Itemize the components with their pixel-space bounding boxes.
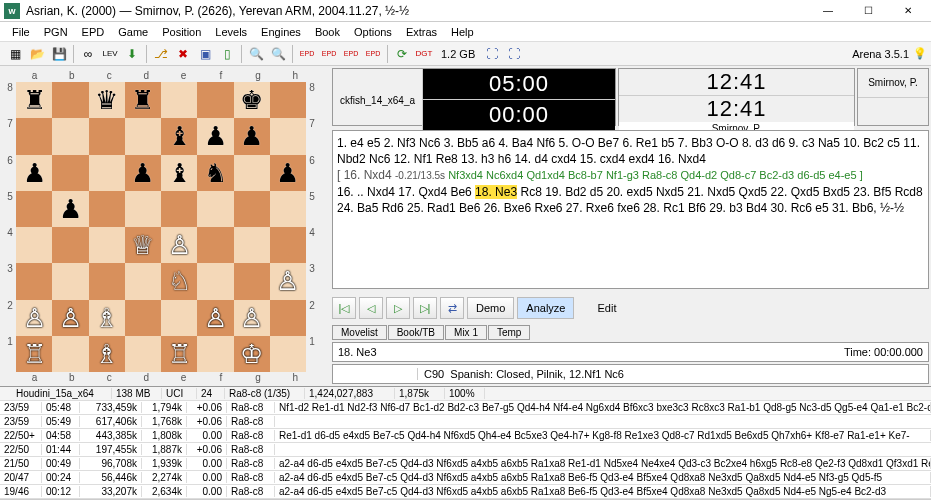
square[interactable] [125, 263, 161, 299]
engine-line[interactable]: 23/5905:48733,459k1,794k+0.06Ra8-c8Nf1-d… [0, 401, 931, 415]
square[interactable]: ♖ [161, 336, 197, 372]
square[interactable]: ♖ [16, 336, 52, 372]
flag-icon[interactable]: ▯ [217, 44, 237, 64]
first-move-button[interactable]: |◁ [332, 297, 356, 319]
square[interactable]: ♔ [234, 336, 270, 372]
square[interactable]: ♙ [16, 300, 52, 336]
square[interactable]: ♟ [16, 155, 52, 191]
engine-line[interactable]: 21/5000:4996,708k1,939k0.00Ra8-c8a2-a4 d… [0, 457, 931, 471]
square[interactable] [270, 336, 306, 372]
square[interactable] [16, 263, 52, 299]
square[interactable] [234, 155, 270, 191]
square[interactable]: ♚ [234, 82, 270, 118]
square[interactable] [197, 263, 233, 299]
epd2-icon[interactable]: EPD [319, 44, 339, 64]
prev-move-button[interactable]: ◁ [359, 297, 383, 319]
square[interactable]: ♗ [89, 300, 125, 336]
square[interactable]: ♟ [234, 118, 270, 154]
square[interactable]: ♞ [197, 155, 233, 191]
engine-line[interactable]: 20/4700:2456,446k2,274k0.00Ra8-c8a2-a4 d… [0, 471, 931, 485]
refresh-icon[interactable]: ⟳ [392, 44, 412, 64]
square[interactable] [52, 227, 88, 263]
square[interactable] [270, 227, 306, 263]
square[interactable] [16, 191, 52, 227]
current-move[interactable]: 18. Ne3 [475, 185, 517, 199]
square[interactable]: ♛ [89, 82, 125, 118]
square[interactable] [125, 118, 161, 154]
notation-panel[interactable]: 1. e4 e5 2. Nf3 Nc6 3. Bb5 a6 4. Ba4 Nf6… [332, 130, 929, 289]
menu-engines[interactable]: Engines [255, 24, 307, 40]
swap-button[interactable]: ⇄ [440, 297, 464, 319]
delete-icon[interactable]: ✖ [173, 44, 193, 64]
menu-book[interactable]: Book [309, 24, 346, 40]
edit-button[interactable]: Edit [597, 302, 616, 314]
square[interactable] [234, 227, 270, 263]
var-icon[interactable]: ⎇ [151, 44, 171, 64]
square[interactable]: ♙ [161, 227, 197, 263]
square[interactable] [16, 227, 52, 263]
minimize-button[interactable]: — [809, 1, 847, 21]
maximize-button[interactable]: ☐ [849, 1, 887, 21]
square[interactable]: ♕ [125, 227, 161, 263]
tab-book[interactable]: Book/TB [388, 325, 444, 340]
square[interactable] [270, 118, 306, 154]
menu-levels[interactable]: Levels [209, 24, 253, 40]
square[interactable]: ♙ [52, 300, 88, 336]
square[interactable]: ♜ [16, 82, 52, 118]
square[interactable] [197, 336, 233, 372]
close-button[interactable]: ✕ [889, 1, 927, 21]
chess-board[interactable]: ♜♛♜♚♝♟♟♟♟♝♞♟♟♕♙♘♙♙♙♗♙♙♖♗♖♔ [16, 82, 306, 372]
square[interactable] [89, 263, 125, 299]
down-icon[interactable]: ⬇ [122, 44, 142, 64]
dgt-icon[interactable]: DGT [414, 44, 434, 64]
square[interactable]: ♙ [270, 263, 306, 299]
epd3-icon[interactable]: EPD [341, 44, 361, 64]
menu-options[interactable]: Options [348, 24, 398, 40]
open-icon[interactable]: 📂 [27, 44, 47, 64]
engine-line[interactable]: 22/50+04:58443,385k1,808k0.00Ra8-c8Re1-d… [0, 429, 931, 443]
square[interactable] [270, 82, 306, 118]
square[interactable] [234, 191, 270, 227]
engine-line[interactable]: 22/5001:44197,455k1,887k+0.06Ra8-c8 [0, 443, 931, 457]
square[interactable] [125, 336, 161, 372]
square[interactable] [270, 300, 306, 336]
tab-mix1[interactable]: Mix 1 [445, 325, 487, 340]
square[interactable] [52, 118, 88, 154]
engine-line[interactable]: 19/4600:1233,207k2,634k0.00Ra8-c8a2-a4 d… [0, 485, 931, 499]
pgn-text[interactable]: 1. e4 e5 2. Nf3 Nc6 3. Bb5 a6 4. Ba4 Nf6… [337, 136, 920, 166]
menu-game[interactable]: Game [112, 24, 154, 40]
pgn-variation[interactable]: Nf3xd4 Nc6xd4 Qd1xd4 Bc8-b7 Nf1-g3 Ra8-c… [445, 169, 863, 181]
last-move-button[interactable]: ▷| [413, 297, 437, 319]
square[interactable] [52, 336, 88, 372]
square[interactable] [52, 155, 88, 191]
menu-pgn[interactable]: PGN [38, 24, 74, 40]
square[interactable] [161, 191, 197, 227]
level-icon[interactable]: LEV [100, 44, 120, 64]
square[interactable]: ♝ [161, 118, 197, 154]
engine-line[interactable]: 23/5905:49617,406k1,768k+0.06Ra8-c8 [0, 415, 931, 429]
toolbar-icon[interactable]: ▦ [5, 44, 25, 64]
board-icon[interactable]: ▣ [195, 44, 215, 64]
square[interactable]: ♙ [197, 300, 233, 336]
square[interactable]: ♙ [234, 300, 270, 336]
square[interactable] [197, 82, 233, 118]
infinity-icon[interactable]: ∞ [78, 44, 98, 64]
square[interactable]: ♟ [270, 155, 306, 191]
square[interactable]: ♟ [125, 155, 161, 191]
menu-position[interactable]: Position [156, 24, 207, 40]
square[interactable]: ♗ [89, 336, 125, 372]
tab-movelist[interactable]: Movelist [332, 325, 387, 340]
save-icon[interactable]: 💾 [49, 44, 69, 64]
demo-button[interactable]: Demo [467, 297, 514, 319]
square[interactable] [89, 118, 125, 154]
square[interactable]: ♘ [161, 263, 197, 299]
menu-epd[interactable]: EPD [76, 24, 111, 40]
square[interactable]: ♝ [161, 155, 197, 191]
square[interactable] [89, 155, 125, 191]
zoom-out-icon[interactable]: 🔍 [268, 44, 288, 64]
square[interactable] [16, 118, 52, 154]
epd1-icon[interactable]: EPD [297, 44, 317, 64]
square[interactable] [52, 263, 88, 299]
square[interactable] [52, 82, 88, 118]
square[interactable]: ♜ [125, 82, 161, 118]
